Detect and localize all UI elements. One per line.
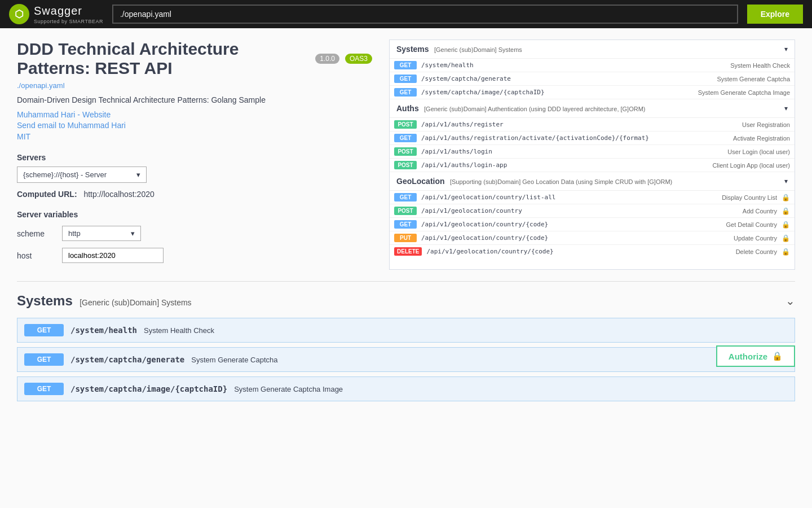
lock-icon-1: 🔒: [782, 194, 790, 202]
mini-endpoint-login-app[interactable]: POST /api/v1/auths/login-app Client Logi…: [390, 159, 795, 172]
chevron-down-icon: ▾: [136, 170, 140, 179]
server-select[interactable]: {scheme}://{host} - Server ▾: [17, 167, 147, 183]
mini-endpoint-geo-put[interactable]: PUT /api/v1/geolocation/country/{code} U…: [390, 231, 795, 245]
mini-desc-geo-delete: Delete Country: [736, 248, 777, 255]
mini-endpoint-register[interactable]: POST /api/v1/auths/register User Registr…: [390, 118, 795, 132]
lock-icon-3: 🔒: [782, 221, 790, 229]
mini-method-get2: GET: [394, 75, 417, 83]
systems-title-group: Systems [Generic (sub)Domain] Systems: [17, 293, 192, 309]
overview-auths-chevron: ▾: [784, 104, 788, 112]
main-content: DDD Technical Architecture Patterns: RES…: [0, 28, 812, 417]
endpoint-captcha-img[interactable]: GET /system/captcha/image/{captchaID} Sy…: [17, 376, 795, 401]
search-input[interactable]: [112, 5, 738, 24]
computed-url-value: http://localhost:2020: [83, 190, 154, 199]
overview-auths-header[interactable]: Auths [Generic (sub)Domain] Authenticati…: [390, 99, 795, 118]
author-email-link[interactable]: Send email to Muhammad Hari: [17, 121, 372, 130]
mini-method-get: GET: [394, 61, 417, 69]
host-input[interactable]: [62, 248, 164, 263]
mini-endpoint-captcha-img[interactable]: GET /system/captcha/image/{captchaID} Sy…: [390, 86, 795, 99]
method-get-captcha-gen: GET: [24, 353, 64, 366]
computed-url-label: Computed URL:: [17, 190, 77, 199]
summary-health: System Health Check: [144, 326, 788, 335]
api-title-text: DDD Technical Architecture Patterns: RES…: [17, 40, 310, 78]
mini-method-delete1: DELETE: [394, 247, 422, 256]
path-health: /system/health: [70, 326, 137, 335]
mini-method-post4: POST: [394, 207, 417, 215]
mini-path-geo-get: /api/v1/geolocation/country/{code}: [421, 221, 722, 228]
endpoint-captcha-gen[interactable]: GET /system/captcha/generate System Gene…: [17, 347, 795, 372]
mini-endpoint-geo-delete[interactable]: DELETE /api/v1/geolocation/country/{code…: [390, 245, 795, 258]
server-vars-title: Server variables: [17, 210, 372, 219]
overview-geo-title: GeoLocation: [396, 177, 445, 186]
lock-icon: 🔒: [772, 351, 783, 361]
mini-desc-geo-list: Display Country List: [722, 194, 777, 201]
logo-sub: Supported by SMARTBEAR: [34, 19, 103, 24]
overview-auths-title-row: Auths [Generic (sub)Domain] Authenticati…: [396, 104, 646, 113]
overview-geo-desc: [Supporting (sub)Domain] Geo Location Da…: [450, 178, 672, 185]
info-section: DDD Technical Architecture Patterns: RES…: [17, 40, 795, 270]
method-get-health: GET: [24, 324, 64, 336]
explore-button[interactable]: Explore: [747, 5, 803, 24]
server-variables: Server variables scheme http ▾ host: [17, 210, 372, 263]
overview-systems-title-row: Systems [Generic (sub)Domain] Systems: [396, 45, 522, 54]
authorize-label: Authorize: [729, 352, 767, 361]
oas-badge: OAS3: [345, 54, 372, 64]
mini-endpoint-activate[interactable]: GET /api/v1/auths/registration/activate/…: [390, 132, 795, 145]
version-badge: 1.0.0: [315, 54, 339, 64]
method-get-captcha-img: GET: [24, 383, 64, 395]
mini-desc-register: User Registration: [742, 121, 790, 128]
mini-path-geo-list: /api/v1/geolocation/country/list-all: [421, 194, 717, 201]
host-row: host: [17, 248, 372, 263]
mini-desc-captcha-gen: System Generate Captcha: [717, 76, 790, 82]
overview-auths-desc: [Generic (sub)Domain] Authentication (us…: [424, 106, 646, 112]
mini-path-captcha-gen: /system/captcha/generate: [421, 75, 712, 82]
mini-method-put1: PUT: [394, 234, 417, 242]
api-desc: Domain-Driven Design Technical Architect…: [17, 95, 372, 104]
server-selected-value: {scheme}://{host} - Server: [23, 170, 107, 179]
scheme-chevron-icon: ▾: [131, 229, 135, 238]
mini-method-post2: POST: [394, 147, 417, 156]
mini-desc-geo-get: Get Detail Country: [726, 221, 777, 228]
scheme-label: scheme: [17, 229, 51, 238]
mini-desc-login-app: Client Login App (local user): [712, 162, 790, 169]
mini-path-register: /api/v1/auths/register: [421, 121, 738, 128]
systems-collapse-icon[interactable]: ⌄: [785, 294, 795, 308]
systems-section-desc: [Generic (sub)Domain] Systems: [80, 298, 191, 307]
mini-desc-login: User Login (local user): [727, 148, 790, 155]
servers-section: Servers {scheme}://{host} - Server ▾ Com…: [17, 153, 372, 199]
overview-systems-title: Systems: [396, 45, 429, 54]
mini-path-health: /system/health: [421, 62, 726, 69]
license-link[interactable]: MIT: [17, 132, 30, 141]
mini-endpoint-health[interactable]: GET /system/health System Health Check: [390, 59, 795, 72]
mini-method-get5: GET: [394, 193, 417, 202]
mini-desc-geo-add: Add Country: [743, 208, 777, 214]
lock-icon-2: 🔒: [782, 207, 790, 215]
lock-icon-5: 🔒: [782, 248, 790, 256]
scheme-select[interactable]: http ▾: [62, 226, 141, 241]
path-captcha-img: /system/captcha/image/{captchaID}: [70, 384, 227, 393]
servers-label: Servers: [17, 153, 372, 162]
overview-geo-chevron: ▾: [784, 177, 788, 185]
api-url[interactable]: ./openapi.yaml: [17, 81, 372, 90]
authorize-button[interactable]: Authorize 🔒: [716, 345, 795, 367]
mini-path-captcha-img: /system/captcha/image/{captchaID}: [421, 89, 694, 96]
logo-area: ⬡ Swagger Supported by SMARTBEAR: [9, 4, 103, 24]
mini-endpoint-captcha-gen[interactable]: GET /system/captcha/generate System Gene…: [390, 72, 795, 86]
mini-path-geo-add: /api/v1/geolocation/country: [421, 207, 738, 214]
overview-systems-header[interactable]: Systems [Generic (sub)Domain] Systems ▾: [390, 40, 795, 59]
endpoint-health[interactable]: GET /system/health System Health Check: [17, 318, 795, 343]
mini-method-post3: POST: [394, 161, 417, 169]
overview-geo-header[interactable]: GeoLocation [Supporting (sub)Domain] Geo…: [390, 172, 795, 191]
mini-path-geo-delete: /api/v1/geolocation/country/{code}: [426, 248, 731, 255]
author-website-link[interactable]: Muhammad Hari - Website: [17, 110, 372, 119]
mini-endpoint-geo-get[interactable]: GET /api/v1/geolocation/country/{code} G…: [390, 218, 795, 231]
mini-desc-captcha-img: System Generate Captcha Image: [698, 89, 790, 96]
mini-endpoint-login[interactable]: POST /api/v1/auths/login User Login (loc…: [390, 145, 795, 159]
overview-systems-chevron: ▾: [784, 45, 788, 53]
mini-endpoint-geo-add[interactable]: POST /api/v1/geolocation/country Add Cou…: [390, 204, 795, 218]
overview-systems-desc: [Generic (sub)Domain] Systems: [434, 46, 522, 53]
api-title-row: DDD Technical Architecture Patterns: RES…: [17, 40, 372, 78]
mini-method-post1: POST: [394, 120, 417, 129]
mini-endpoint-geo-list[interactable]: GET /api/v1/geolocation/country/list-all…: [390, 191, 795, 204]
summary-captcha-gen: System Generate Captcha: [191, 356, 788, 364]
